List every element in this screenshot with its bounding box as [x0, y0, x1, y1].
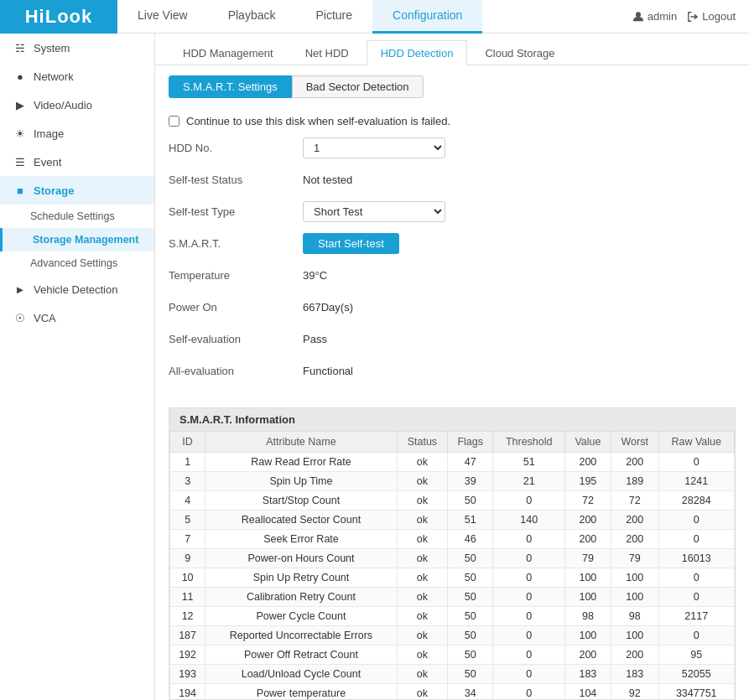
table-row: 193Load/Unload Cycle Countok500183183520…: [170, 665, 735, 684]
sidebar-item-storage[interactable]: ■ Storage: [0, 176, 154, 205]
table-row: 194Power temperatureok340104923347751: [170, 684, 735, 700]
tab-hdd-management[interactable]: HDD Management: [169, 40, 288, 65]
nav-live-view[interactable]: Live View: [117, 0, 208, 34]
self-test-type-select[interactable]: Short Test Extended Test Conveyance Test: [303, 201, 445, 222]
tab-net-hdd[interactable]: Net HDD: [291, 40, 363, 65]
tab-hdd-detection[interactable]: HDD Detection: [367, 40, 468, 65]
cell-r5-c4: 0: [493, 549, 565, 568]
start-selftest-button[interactable]: Start Self-test: [303, 233, 399, 254]
nav-picture[interactable]: Picture: [295, 0, 372, 34]
cell-r8-c5: 98: [564, 607, 611, 626]
sidebar-item-event[interactable]: ☰ Event: [0, 148, 154, 176]
smart-info-title: S.M.A.R.T. Information: [169, 408, 735, 431]
admin-menu[interactable]: admin: [632, 10, 677, 23]
cell-r0-c1: Raw Read Error Rate: [205, 453, 397, 472]
all-eval-value: Functional: [303, 365, 353, 377]
cell-r8-c3: 50: [448, 607, 493, 626]
cell-r7-c4: 0: [493, 588, 565, 607]
sidebar-item-network[interactable]: ● Network: [0, 62, 154, 91]
power-on-value: 667Day(s): [303, 301, 353, 314]
cell-r3-c0: 5: [170, 511, 205, 530]
cell-r8-c0: 12: [170, 607, 205, 626]
cell-r0-c5: 200: [564, 453, 611, 472]
cell-r12-c3: 34: [448, 684, 493, 700]
cell-r9-c7: 0: [658, 626, 735, 646]
cell-r10-c5: 200: [564, 646, 611, 665]
col-worst: Worst: [611, 432, 658, 453]
cell-r7-c6: 100: [611, 588, 658, 607]
sidebar: ☵ System ● Network ▶ Video/Audio ☀ Image…: [0, 34, 155, 700]
cell-r5-c5: 79: [564, 549, 611, 568]
hdd-no-select[interactable]: 1: [303, 137, 445, 158]
cell-r0-c2: ok: [397, 453, 447, 472]
top-nav: HiLook Live View Playback Picture Config…: [0, 0, 749, 34]
logout-btn[interactable]: Logout: [687, 10, 736, 23]
sidebar-item-image[interactable]: ☀ Image: [0, 119, 154, 148]
cell-r7-c1: Calibration Retry Count: [205, 588, 397, 607]
cell-r4-c4: 0: [493, 530, 565, 549]
hdd-icon: ■: [13, 184, 27, 197]
cell-r9-c3: 50: [448, 626, 493, 646]
cell-r6-c5: 100: [564, 568, 611, 588]
self-test-status-row: Self-test Status Not tested: [169, 168, 736, 191]
sidebar-sub-schedule-settings[interactable]: Schedule Settings: [0, 205, 154, 228]
table-row: 4Start/Stop Countok500727228284: [170, 491, 735, 511]
cell-r9-c5: 100: [564, 626, 611, 646]
table-row: 1Raw Read Error Rateok47512002000: [170, 453, 735, 472]
sidebar-item-vca[interactable]: ☉ VCA: [0, 303, 154, 332]
hdd-no-label: HDD No.: [169, 142, 303, 154]
monitor-icon: ☵: [13, 41, 27, 54]
hdd-no-row: HDD No. 1: [169, 136, 736, 159]
cell-r11-c7: 52055: [658, 665, 735, 684]
table-row: 12Power Cycle Countok50098982117: [170, 607, 735, 626]
table-row: 9Power-on Hours Countok500797916013: [170, 549, 735, 568]
cell-r10-c3: 50: [448, 646, 493, 665]
nav-configuration[interactable]: Configuration: [372, 0, 482, 34]
col-raw-value: Raw Value: [658, 432, 735, 453]
cell-r2-c6: 72: [611, 491, 658, 511]
cell-r5-c6: 79: [611, 549, 658, 568]
logout-icon: [687, 11, 699, 23]
globe-icon: ●: [13, 70, 27, 83]
self-eval-row: Self-evaluation Pass: [169, 327, 736, 350]
self-eval-checkbox[interactable]: [169, 116, 179, 127]
logo-text: HiLook: [25, 6, 93, 28]
nav-playback[interactable]: Playback: [208, 0, 296, 34]
cell-r4-c5: 200: [564, 530, 611, 549]
self-eval-label[interactable]: Continue to use this disk when self-eval…: [186, 115, 450, 127]
sidebar-sub-advanced-settings[interactable]: Advanced Settings: [0, 251, 154, 275]
sidebar-item-vehicle-detection[interactable]: ► Vehicle Detection: [0, 275, 154, 303]
col-status: Status: [397, 432, 447, 453]
cell-r0-c3: 47: [448, 453, 493, 472]
cell-r9-c1: Reported Uncorrectable Errors: [205, 626, 397, 646]
table-row: 10Spin Up Retry Countok5001001000: [170, 568, 735, 588]
cell-r6-c1: Spin Up Retry Count: [205, 568, 397, 588]
cell-r8-c6: 98: [611, 607, 658, 626]
cell-r6-c0: 10: [170, 568, 205, 588]
sub-tab-bad-sector[interactable]: Bad Sector Detection: [292, 75, 424, 98]
sidebar-sub-storage-management[interactable]: Storage Management: [0, 228, 154, 251]
cell-r8-c7: 2117: [658, 607, 735, 626]
cell-r9-c2: ok: [397, 626, 447, 646]
temperature-value: 39°C: [303, 269, 327, 282]
sub-tab-smart-settings[interactable]: S.M.A.R.T. Settings: [169, 75, 292, 98]
tab-cloud-storage[interactable]: Cloud Storage: [471, 40, 569, 65]
checkbox-row: Continue to use this disk when self-eval…: [169, 115, 736, 127]
cell-r2-c0: 4: [170, 491, 205, 511]
sidebar-item-system[interactable]: ☵ System: [0, 34, 154, 62]
col-value: Value: [564, 432, 611, 453]
cell-r0-c6: 200: [611, 453, 658, 472]
cell-r11-c4: 0: [493, 665, 565, 684]
cell-r4-c6: 200: [611, 530, 658, 549]
col-flags: Flags: [448, 432, 493, 453]
all-eval-label: All-evaluation: [169, 365, 303, 377]
cell-r3-c2: ok: [397, 511, 447, 530]
cell-r10-c4: 0: [493, 646, 565, 665]
cell-r2-c1: Start/Stop Count: [205, 491, 397, 511]
cell-r2-c3: 50: [448, 491, 493, 511]
cell-r2-c5: 72: [564, 491, 611, 511]
self-eval-row-value: Pass: [303, 333, 327, 345]
smart-row: S.M.A.R.T. Start Self-test: [169, 231, 736, 255]
sidebar-item-video-audio[interactable]: ▶ Video/Audio: [0, 91, 154, 119]
table-row: 7Seek Error Rateok4602002000: [170, 530, 735, 549]
